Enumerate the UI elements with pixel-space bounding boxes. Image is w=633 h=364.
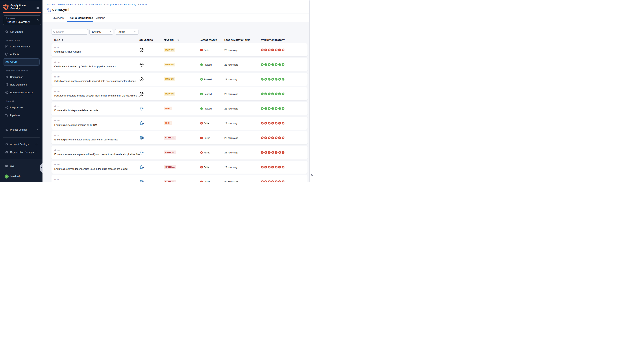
svg-text:CIS: CIS: [141, 122, 144, 124]
svg-text:CIS: CIS: [141, 166, 144, 168]
svg-text:CIS: CIS: [141, 108, 144, 110]
svg-text:CIS: CIS: [141, 181, 144, 182]
svg-text:CIS: CIS: [141, 152, 144, 154]
svg-text:CIS: CIS: [141, 137, 144, 139]
svg-text:?: ?: [6, 165, 7, 166]
